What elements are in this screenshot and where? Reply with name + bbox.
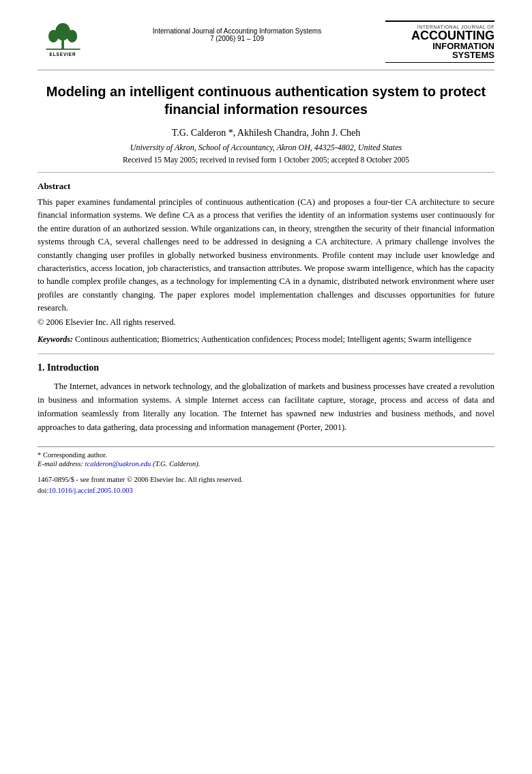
svg-point-4: [67, 30, 77, 42]
elsevier-logo-icon: ELSEVIER: [38, 20, 89, 58]
header: ELSEVIER International Journal of Accoun…: [38, 20, 494, 63]
doi-line: doi:10.1016/j.accinf.2005.10.003: [38, 485, 494, 496]
abstract-divider-top: [38, 172, 494, 173]
keywords-text: Continous authentication; Biometrics; Au…: [75, 334, 471, 344]
svg-text:ELSEVIER: ELSEVIER: [50, 52, 76, 57]
journal-brand: INTERNATIONAL JOURNAL OF ACCOUNTING INFO…: [385, 20, 494, 63]
email-note: E-mail address: tcalderon@uakron.edu (T.…: [38, 460, 494, 468]
abstract-section: Abstract This paper examines fundamental…: [38, 181, 494, 345]
footer: * Corresponding author. E-mail address: …: [38, 446, 494, 496]
received-dates: Received 15 May 2005; received in revise…: [38, 156, 494, 164]
keywords-section: Keywords: Continous authentication; Biom…: [38, 333, 494, 345]
author-names: T.G. Calderon *, Akhilesh Chandra, John …: [38, 128, 494, 139]
intro-heading: 1. Introduction: [38, 362, 494, 373]
svg-rect-1: [61, 40, 64, 50]
article-title: Modeling an intelligent continuous authe…: [38, 83, 494, 118]
systems-label: SYSTEMS: [385, 51, 494, 59]
header-divider: [38, 70, 494, 70]
introduction-section: 1. Introduction The Internet, advances i…: [38, 362, 494, 434]
abstract-heading: Abstract: [38, 181, 494, 192]
keywords-label: Keywords:: [38, 334, 73, 344]
elsevier-logo-container: ELSEVIER: [38, 20, 89, 58]
footer-bottom: 1467-0895/$ - see front matter © 2006 El…: [38, 474, 494, 496]
intro-paragraph-1: The Internet, advances in network techno…: [38, 380, 494, 434]
svg-point-3: [48, 30, 59, 42]
page: ELSEVIER International Journal of Accoun…: [0, 0, 532, 774]
issn-line: 1467-0895/$ - see front matter © 2006 El…: [38, 474, 494, 485]
affiliation: University of Akron, School of Accountan…: [38, 143, 494, 153]
doi-link[interactable]: 10.1016/j.accinf.2005.10.003: [48, 487, 132, 494]
abstract-body: This paper examines fundamental principl…: [38, 196, 494, 315]
intro-divider-top: [38, 354, 494, 354]
email-link[interactable]: tcalderon@uakron.edu: [85, 460, 151, 468]
accounting-label: ACCOUNTING: [385, 29, 494, 42]
corresponding-note: * Corresponding author.: [38, 451, 494, 459]
journal-name: International Journal of Accounting Info…: [89, 20, 385, 42]
title-section: Modeling an intelligent continuous authe…: [38, 83, 494, 164]
copyright-notice: © 2006 Elsevier Inc. All rights reserved…: [38, 317, 494, 328]
